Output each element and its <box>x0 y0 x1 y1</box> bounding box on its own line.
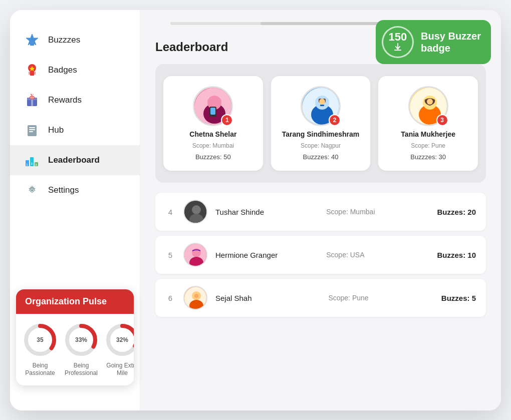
sidebar-item-hub[interactable]: Hub <box>10 115 140 145</box>
svg-point-40 <box>319 99 325 105</box>
buzzzes-label: Buzzzes <box>48 35 80 45</box>
rank-6: 6 <box>165 294 175 302</box>
badge-number: 150 <box>389 32 407 43</box>
avatar-5 <box>183 243 207 267</box>
svg-rect-41 <box>320 105 324 106</box>
avatar-6 <box>183 286 207 310</box>
top-card-scope-2: Scope: Nagpur <box>301 142 341 149</box>
donut-label-passionate: 35 <box>37 336 43 343</box>
scope-6: Scope: Pune <box>328 294 433 302</box>
avatar-wrap-3: 3 <box>408 86 448 126</box>
top-card-buzzes-3: Buzzzes: 30 <box>410 153 446 161</box>
svg-point-10 <box>30 96 35 99</box>
rank-5: 5 <box>165 251 175 259</box>
sidebar-item-settings[interactable]: Settings <box>10 175 140 205</box>
avatar-wrap-2: 2 <box>301 86 341 126</box>
top-card-1[interactable]: 1 Chetna Shelar Scope: Mumbai Buzzzes: 5… <box>163 76 263 171</box>
pulse-label-extra-mile: Going Extra Mile <box>104 362 134 377</box>
top-card-buzzes-1: Buzzzes: 50 <box>195 153 231 161</box>
svg-rect-4 <box>30 72 34 76</box>
top-card-2[interactable]: 2 Tarang Sindhimeshram Scope: Nagpur Buz… <box>271 76 371 171</box>
sidebar: Buzzzes Badges <box>10 10 140 410</box>
svg-point-55 <box>194 294 198 298</box>
settings-label: Settings <box>48 185 79 195</box>
buzzes-4: Buzzes: 20 <box>437 208 476 216</box>
svg-point-47 <box>192 205 201 214</box>
badge-subtitle: badge <box>421 42 481 54</box>
rank-badge-3: 3 <box>436 114 448 126</box>
svg-rect-14 <box>29 131 33 132</box>
top-card-scope-3: Scope: Pune <box>411 142 445 149</box>
hub-label: Hub <box>48 125 64 135</box>
sidebar-item-leaderboard[interactable]: 1 2 3 Leaderboard <box>10 145 140 175</box>
svg-rect-12 <box>29 127 35 128</box>
badge-text-container: Busy Buzzer badge <box>421 30 481 54</box>
scope-5: Scope: USA <box>326 251 429 259</box>
donut-label-extra-mile: 32% <box>116 336 128 343</box>
name-5: Hermione Granger <box>215 251 318 259</box>
org-pulse-card: Organization Pulse 35 Being Passionate <box>16 289 134 385</box>
svg-rect-5 <box>29 72 30 75</box>
sidebar-item-badges[interactable]: Badges <box>10 55 140 85</box>
svg-text:1: 1 <box>27 163 28 166</box>
pulse-label-passionate: Being Passionate <box>22 362 58 377</box>
avatar-4 <box>183 200 207 224</box>
top-card-name-2: Tarang Sindhimeshram <box>282 130 360 138</box>
rank-4: 4 <box>165 208 175 216</box>
pulse-item-extra-mile: 32% Going Extra Mile <box>104 322 134 377</box>
svg-rect-11 <box>28 125 37 136</box>
org-pulse-body: 35 Being Passionate 33% Being Profession… <box>16 314 134 385</box>
svg-point-35 <box>212 99 216 103</box>
pulse-item-passionate: 35 Being Passionate <box>22 322 58 377</box>
badge-title: Busy Buzzer <box>421 30 481 42</box>
svg-rect-6 <box>34 72 36 75</box>
top-card-3[interactable]: 3 Tania Mukherjee Scope: Pune Buzzzes: 3… <box>378 76 478 171</box>
badge-circle: 150 <box>382 26 414 58</box>
svg-rect-13 <box>29 129 35 130</box>
badges-icon <box>24 62 40 78</box>
leaderboard-label: Leaderboard <box>48 155 100 165</box>
svg-text:2: 2 <box>31 162 33 165</box>
svg-text:3: 3 <box>36 163 37 166</box>
rewards-icon <box>24 92 40 108</box>
busy-buzzer-badge: 150 Busy Buzzer badge <box>376 20 491 64</box>
avatar-wrap-1: 1 <box>193 86 233 126</box>
badges-label: Badges <box>48 65 77 75</box>
hub-icon <box>24 122 40 138</box>
list-row-6[interactable]: 6 Sejal Shah Scope: Pune Buzzes: 5 <box>155 279 486 317</box>
rank-badge-2: 2 <box>329 114 341 126</box>
top-card-scope-1: Scope: Mumbai <box>192 142 234 149</box>
app-container: Buzzzes Badges <box>10 10 501 410</box>
settings-icon <box>24 182 40 198</box>
svg-point-45 <box>427 99 433 105</box>
buzzes-6: Buzzes: 5 <box>441 294 476 302</box>
leaderboard-icon: 1 2 3 <box>24 152 40 168</box>
scope-4: Scope: Mumbai <box>326 208 429 216</box>
org-pulse-header: Organization Pulse <box>16 289 134 314</box>
pulse-item-professional: 33% Being Professional <box>63 322 99 377</box>
badge-download-icon <box>393 43 402 53</box>
donut-professional: 33% <box>63 322 99 358</box>
top3-container: 1 Chetna Shelar Scope: Mumbai Buzzzes: 5… <box>155 64 486 183</box>
donut-label-professional: 33% <box>75 336 87 343</box>
rank-badge-1: 1 <box>221 114 233 126</box>
sidebar-nav: Buzzzes Badges <box>10 25 140 284</box>
list-row-4[interactable]: 4 Tushar Shinde Scope: Mumbai Buzzes: 20 <box>155 193 486 231</box>
svg-rect-34 <box>210 108 215 115</box>
svg-rect-1 <box>30 43 34 46</box>
donut-extra-mile: 32% <box>104 322 134 358</box>
buzzzes-icon <box>24 32 40 48</box>
leaderboard-section: Leaderboard <box>140 25 501 332</box>
top-card-name-3: Tania Mukherjee <box>401 130 455 138</box>
svg-point-23 <box>31 189 33 191</box>
sidebar-item-rewards[interactable]: Rewards <box>10 85 140 115</box>
list-row-5[interactable]: 5 Hermione Granger Scope: USA Buzzes: 10 <box>155 236 486 274</box>
rewards-label: Rewards <box>48 95 82 105</box>
top-card-buzzes-2: Buzzzes: 40 <box>303 153 339 161</box>
top-card-name-1: Chetna Shelar <box>189 130 236 138</box>
main-content: 150 Busy Buzzer badge Leaderboard <box>140 10 501 410</box>
org-pulse-title: Organization Pulse <box>25 296 107 306</box>
pulse-label-professional: Being Professional <box>63 362 99 377</box>
buzzes-5: Buzzes: 10 <box>437 251 476 259</box>
sidebar-item-buzzzes[interactable]: Buzzzes <box>10 25 140 55</box>
